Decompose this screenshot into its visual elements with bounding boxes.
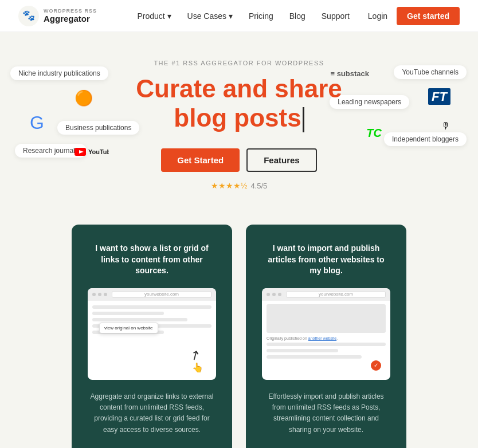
get-started-hero-button[interactable]: Get Started (161, 148, 240, 172)
nav-blog[interactable]: Blog (289, 11, 305, 21)
hero-headline: Curate and share blog posts (11, 74, 467, 132)
check-icon: ✓ (371, 360, 381, 371)
nav-product[interactable]: Product ▾ (137, 11, 171, 21)
nav-actions: Login Get started (368, 7, 460, 25)
nav-links: Product ▾ Use Cases ▾ Pricing Blog Suppo… (137, 11, 349, 21)
text-cursor (303, 107, 304, 132)
hero-headline-1: Curate and share (136, 74, 342, 103)
hero-section: Niche industry publications 🟠 G Business… (0, 32, 478, 213)
line3 (92, 318, 187, 321)
dot1 (92, 293, 96, 296)
nav-use-cases[interactable]: Use Cases ▾ (187, 11, 233, 21)
card-links-title: I want to show a list or grid of links t… (88, 243, 216, 277)
line8 (267, 355, 362, 359)
card-links-mockup: yourwebsite.com view original on website… (88, 288, 216, 380)
logo[interactable]: 🐾 WORDPRESS RSS Aggregator (18, 6, 97, 26)
line2 (92, 312, 164, 315)
cursor-icon: 👆 (192, 362, 203, 373)
rating-value: 4.5/5 (250, 182, 267, 190)
card-links: I want to show a list or grid of links t… (72, 225, 232, 448)
dot3 (104, 293, 107, 296)
card-import-desc: Effortlessly import and publish articles… (262, 391, 390, 435)
svg-text:🐾: 🐾 (22, 9, 36, 22)
mockup-url-2: yourwebsite.com (286, 291, 386, 298)
get-started-nav-button[interactable]: Get started (397, 7, 460, 25)
logo-icon: 🐾 (18, 6, 39, 26)
login-button[interactable]: Login (368, 11, 387, 21)
logo-title: Aggregator (44, 14, 97, 23)
card-import: I want to import and publish articles fr… (246, 225, 406, 448)
dot4 (267, 293, 270, 296)
line7 (267, 349, 338, 352)
line1 (92, 305, 211, 309)
cards-section: I want to show a list or grid of links t… (0, 213, 478, 448)
card-import-mockup: yourwebsite.com Originally published on … (262, 288, 390, 380)
logo-subtitle: WORDPRESS RSS (44, 8, 97, 14)
navbar: 🐾 WORDPRESS RSS Aggregator Product ▾ Use… (0, 0, 478, 32)
hero-buttons: Get Started Features (11, 148, 467, 172)
mockup-url-1: yourwebsite.com (112, 291, 211, 298)
hero-rating: ★★★★½ 4.5/5 (11, 181, 467, 190)
nav-support[interactable]: Support (322, 11, 350, 21)
mockup-published: Originally published on another website. (262, 335, 390, 340)
features-button[interactable]: Features (246, 148, 317, 172)
nav-pricing[interactable]: Pricing (249, 11, 273, 21)
card-links-desc: Aggregate and organize links to external… (88, 391, 216, 435)
line6 (267, 343, 386, 346)
dot6 (278, 293, 281, 296)
mockup-image-box (267, 304, 386, 333)
dot5 (272, 293, 276, 296)
dot2 (98, 293, 101, 296)
card-import-title: I want to import and publish articles fr… (262, 243, 390, 277)
rating-stars: ★★★★½ (211, 181, 248, 190)
hero-headline-2: blog posts (174, 104, 301, 132)
hero-tag: THE #1 RSS AGGREGATOR FOR WORDPRESS (11, 60, 467, 66)
mockup-tooltip: view original on website (99, 323, 158, 333)
